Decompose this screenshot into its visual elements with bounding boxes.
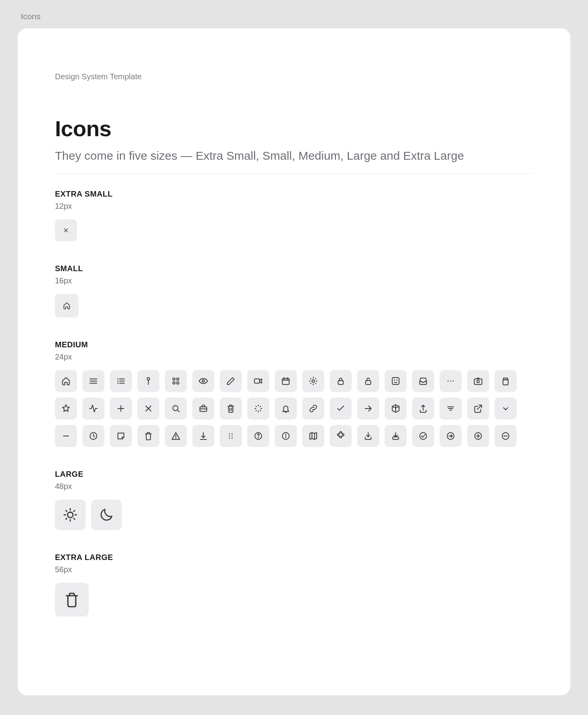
svg-point-27: [232, 433, 233, 434]
home-icon: [55, 294, 79, 317]
section-size: 12px: [55, 202, 533, 211]
section-extra-large: EXTRA LARGE 56px: [55, 553, 533, 617]
info-icon: [275, 425, 297, 447]
svg-point-22: [173, 405, 178, 410]
link-icon: [302, 398, 324, 420]
svg-point-11: [312, 380, 315, 383]
icon-row-2: [55, 398, 533, 420]
trash-icon: [55, 583, 89, 617]
archive-icon: [495, 370, 517, 392]
svg-point-31: [232, 438, 233, 439]
home-icon: [55, 370, 77, 392]
camera-icon: [467, 370, 489, 392]
svg-rect-7: [177, 382, 179, 384]
cube-icon: [385, 398, 407, 420]
svg-point-0: [118, 379, 118, 379]
download-tray-icon: [357, 425, 379, 447]
moon-icon: [91, 500, 122, 530]
divider: [55, 173, 533, 174]
video-icon: [247, 370, 269, 392]
trash-icon: [220, 398, 242, 420]
section-size: 48px: [55, 482, 533, 491]
briefcase-icon: [192, 398, 214, 420]
note-icon: [110, 425, 132, 447]
svg-point-41: [68, 512, 73, 518]
svg-rect-5: [177, 378, 179, 380]
gear-icon: [302, 370, 324, 392]
icon-row-3: [55, 425, 533, 447]
icon-row-1: [55, 370, 533, 392]
sun-icon: [55, 500, 86, 530]
section-large: LARGE 48px: [55, 470, 533, 530]
svg-point-28: [229, 436, 230, 437]
x-icon: [55, 219, 77, 241]
loading-icon: [247, 398, 269, 420]
section-medium: MEDIUM 24px: [55, 340, 533, 447]
svg-point-25: [175, 438, 176, 438]
svg-point-35: [285, 434, 286, 434]
svg-point-18: [450, 381, 451, 382]
help-icon: [247, 425, 269, 447]
check-icon: [330, 398, 352, 420]
icon-row: [55, 583, 533, 617]
drag-icon: [220, 425, 242, 447]
svg-rect-20: [474, 379, 482, 385]
icon-row: [55, 219, 533, 241]
icon-row: [55, 294, 533, 317]
svg-point-21: [477, 380, 480, 383]
filter-icon: [440, 398, 462, 420]
svg-point-33: [258, 438, 258, 438]
menu-icon: [82, 370, 104, 392]
unlock-icon: [357, 370, 379, 392]
svg-rect-10: [282, 379, 289, 385]
plus-icon: [110, 398, 132, 420]
trash-icon: [137, 425, 159, 447]
page-title: Icons: [55, 116, 533, 141]
svg-point-1: [118, 381, 118, 381]
minus-circle-icon: [495, 425, 517, 447]
external-link-icon: [467, 398, 489, 420]
clock-icon: [82, 425, 104, 447]
upload-icon: [412, 398, 434, 420]
map-icon: [302, 425, 324, 447]
svg-point-37: [420, 432, 426, 439]
download-icon: [192, 425, 214, 447]
section-label: EXTRA SMALL: [55, 190, 533, 199]
breadcrumb: Design System Template: [55, 72, 533, 81]
lock-icon: [330, 370, 352, 392]
arrow-right-icon: [357, 398, 379, 420]
bell-icon: [275, 398, 297, 420]
svg-point-29: [232, 436, 233, 437]
svg-point-15: [394, 380, 394, 380]
pencil-icon: [220, 370, 242, 392]
search-icon: [165, 398, 187, 420]
page-subtitle: They come in five sizes — Extra Small, S…: [55, 149, 533, 162]
section-size: 56px: [55, 565, 533, 574]
section-size: 16px: [55, 276, 533, 285]
tab-label: Icons: [21, 12, 570, 21]
svg-rect-14: [392, 378, 399, 384]
section-label: LARGE: [55, 470, 533, 479]
check-circle-icon: [412, 425, 434, 447]
more-icon: [440, 370, 462, 392]
activity-icon: [82, 398, 104, 420]
plus-circle-icon: [467, 425, 489, 447]
pin-icon: [137, 370, 159, 392]
section-extra-small: EXTRA SMALL 12px: [55, 190, 533, 241]
face-icon: [385, 370, 407, 392]
eye-icon: [192, 370, 214, 392]
inbox-icon: [412, 370, 434, 392]
icon-row: [55, 500, 533, 530]
section-small: SMALL 16px: [55, 264, 533, 317]
import-icon: [385, 425, 407, 447]
svg-rect-36: [393, 437, 398, 440]
section-label: MEDIUM: [55, 340, 533, 349]
warning-icon: [165, 425, 187, 447]
x-icon: [137, 398, 159, 420]
puzzle-icon: [330, 425, 352, 447]
calendar-icon: [275, 370, 297, 392]
svg-rect-4: [173, 378, 175, 380]
chevron-down-icon: [495, 398, 517, 420]
svg-point-8: [202, 380, 204, 382]
section-size: 24px: [55, 352, 533, 361]
